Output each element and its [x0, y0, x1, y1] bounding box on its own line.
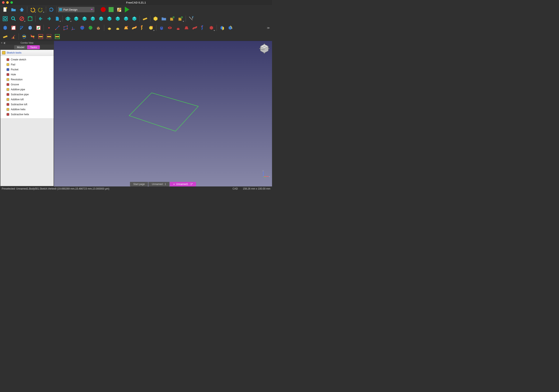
- groove-icon[interactable]: [174, 24, 182, 32]
- measure-toggle-all-icon[interactable]: [37, 33, 45, 40]
- left-view-icon[interactable]: [114, 15, 122, 23]
- open-file-icon[interactable]: [9, 6, 18, 13]
- dropdown-arrow-icon[interactable]: [214, 30, 215, 31]
- sketch-tools-section-header[interactable]: Sketch tools: [0, 50, 54, 56]
- panel-undock-icon[interactable]: ◧: [3, 42, 6, 44]
- rear-view-icon[interactable]: [97, 15, 105, 23]
- revolution-icon[interactable]: [114, 24, 122, 32]
- close-tab-icon[interactable]: ✕: [173, 183, 175, 186]
- link-nav-icon[interactable]: [53, 15, 61, 23]
- subtractive-loft-icon[interactable]: [183, 24, 190, 32]
- datum-line-icon[interactable]: [53, 24, 61, 32]
- fit-selection-icon[interactable]: [9, 15, 18, 23]
- task-item-subtractive-pipe[interactable]: Subtractive pipe: [1, 92, 53, 97]
- local-cs-icon[interactable]: [70, 24, 78, 32]
- undo-icon[interactable]: [28, 6, 36, 13]
- whatsthis-icon[interactable]: ?: [187, 15, 195, 23]
- sub-shape-binder-icon[interactable]: [87, 24, 94, 32]
- navigation-cube[interactable]: TOP FRONT: [259, 43, 270, 54]
- new-file-icon[interactable]: [1, 6, 9, 13]
- datum-point-icon[interactable]: [45, 24, 53, 32]
- maximize-window-button[interactable]: [10, 1, 13, 4]
- clone-icon[interactable]: [95, 24, 103, 32]
- fit-all-icon[interactable]: [1, 15, 9, 23]
- panel-close-icon[interactable]: ✕: [0, 42, 3, 44]
- macro-edit-button[interactable]: [115, 6, 123, 13]
- nav-forward-icon[interactable]: [45, 15, 53, 23]
- macro-stop-button[interactable]: [109, 7, 114, 12]
- task-item-subtractive-helix[interactable]: Subtractive helix: [1, 112, 53, 117]
- measure-linear-icon[interactable]: [1, 33, 9, 40]
- pad-icon[interactable]: [105, 24, 113, 32]
- redo-icon[interactable]: [37, 6, 45, 13]
- task-item-pocket[interactable]: Pocket: [1, 67, 53, 72]
- toolbar-overflow-button[interactable]: ≫: [267, 26, 271, 29]
- right-view-icon[interactable]: [89, 15, 97, 23]
- front-view-icon[interactable]: [72, 15, 80, 23]
- rotate-left-icon[interactable]: [122, 15, 130, 23]
- shape-binder-icon[interactable]: [78, 24, 86, 32]
- task-item-pad[interactable]: Pad: [1, 62, 53, 67]
- dropdown-arrow-icon[interactable]: [35, 12, 36, 13]
- macro-play-button[interactable]: [125, 7, 129, 12]
- map-sketch-icon[interactable]: [26, 24, 34, 32]
- part-icon[interactable]: [152, 15, 159, 23]
- additive-pipe-icon[interactable]: [130, 24, 138, 32]
- datum-plane-icon[interactable]: [62, 24, 70, 32]
- task-item-create-sketch[interactable]: Create sketch: [1, 57, 53, 62]
- nav-style-indicator[interactable]: CAD: [233, 187, 238, 190]
- combo-tab-model[interactable]: Model: [14, 45, 27, 49]
- validate-sketch-icon[interactable]: [35, 24, 42, 32]
- dropdown-arrow-icon[interactable]: [183, 21, 184, 22]
- task-item-revolution[interactable]: Revolution: [1, 77, 53, 82]
- measure-refresh-icon[interactable]: [20, 33, 28, 40]
- top-view-icon[interactable]: [81, 15, 88, 23]
- task-item-hole[interactable]: Hole: [1, 72, 53, 77]
- create-sketch-icon[interactable]: [9, 24, 18, 32]
- link-actions-icon[interactable]: [177, 15, 184, 23]
- bounding-box-icon[interactable]: [26, 15, 34, 23]
- document-tab[interactable]: ✕Unnamed1 : 1*: [170, 182, 196, 187]
- fillet-partdesign-icon[interactable]: [226, 24, 234, 32]
- additive-primitive-icon[interactable]: [147, 24, 155, 32]
- edit-sketch-icon[interactable]: [18, 24, 26, 32]
- minimize-window-button[interactable]: [6, 1, 9, 4]
- subtractive-primitive-icon[interactable]: [207, 24, 215, 32]
- document-tab[interactable]: Start page: [130, 182, 148, 187]
- additive-loft-icon[interactable]: [122, 24, 130, 32]
- measure-toggle-delta-icon[interactable]: [53, 33, 61, 40]
- nav-back-icon[interactable]: [37, 15, 45, 23]
- group-icon[interactable]: [160, 15, 168, 23]
- additive-helix-icon[interactable]: [139, 24, 147, 32]
- combo-tab-tasks[interactable]: Tasks: [27, 45, 40, 49]
- task-item-groove[interactable]: Groove: [1, 82, 53, 87]
- measure-icon[interactable]: [141, 15, 149, 23]
- subtractive-helix-icon[interactable]: [199, 24, 207, 32]
- task-item-additive-loft[interactable]: Additive loft: [1, 97, 53, 102]
- 3d-viewport[interactable]: TOP FRONT x z Start pageUnnamed : 1✕Unna…: [54, 41, 272, 187]
- bottom-view-icon[interactable]: [105, 15, 113, 23]
- dropdown-arrow-icon[interactable]: [59, 21, 61, 22]
- workbench-selector[interactable]: Part Design: [58, 7, 94, 12]
- close-window-button[interactable]: [2, 1, 5, 4]
- boolean-icon[interactable]: [218, 24, 226, 32]
- measure-angular-icon[interactable]: [9, 33, 18, 40]
- pocket-icon[interactable]: [158, 24, 166, 32]
- task-item-additive-helix[interactable]: Additive helix: [1, 107, 53, 112]
- document-tab[interactable]: Unnamed : 1: [149, 182, 169, 187]
- hole-icon[interactable]: [166, 24, 174, 32]
- isometric-icon[interactable]: [64, 15, 72, 23]
- dropdown-arrow-icon[interactable]: [153, 30, 155, 31]
- create-body-icon[interactable]: [1, 24, 9, 32]
- macro-record-button[interactable]: [101, 7, 106, 12]
- draw-style-icon[interactable]: [18, 15, 26, 23]
- refresh-icon[interactable]: [47, 6, 55, 13]
- task-item-additive-pipe[interactable]: Additive pipe: [1, 87, 53, 92]
- subtractive-pipe-icon[interactable]: [191, 24, 199, 32]
- rotate-right-icon[interactable]: [130, 15, 138, 23]
- measure-toggle-3d-icon[interactable]: [45, 33, 53, 40]
- measure-clear-icon[interactable]: [28, 33, 36, 40]
- dropdown-arrow-icon[interactable]: [24, 21, 26, 22]
- link-icon[interactable]: [168, 15, 176, 23]
- task-item-subtractive-loft[interactable]: Subtractive loft: [1, 102, 53, 107]
